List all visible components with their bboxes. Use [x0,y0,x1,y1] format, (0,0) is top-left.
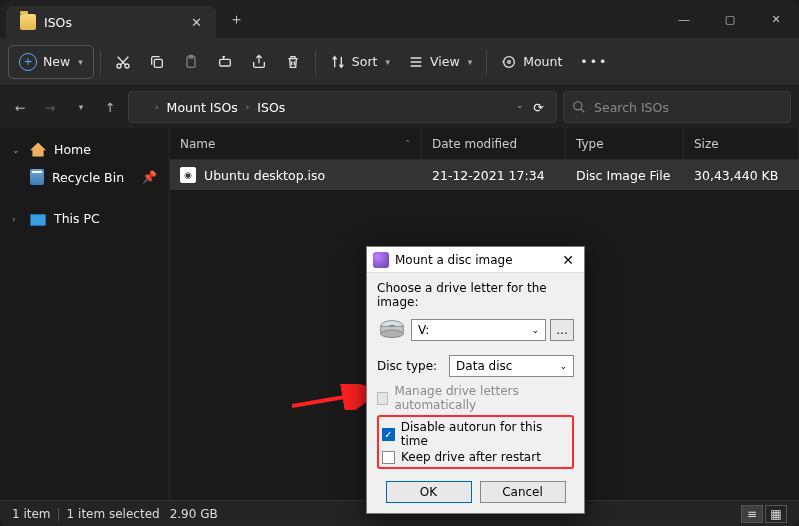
svg-rect-5 [219,59,230,66]
search-icon [572,100,586,114]
more-button[interactable]: ••• [572,45,616,79]
close-icon[interactable]: ✕ [558,252,578,268]
checkbox-label: Manage drive letters automatically [394,384,574,412]
status-selected: 1 item selected [67,507,160,521]
column-type[interactable]: Type [566,128,684,159]
navigation-row: ← → ▾ ↑ › Mount ISOs › ISOs ⌄ ⟳ Search I… [0,86,799,128]
close-window-button[interactable]: ✕ [753,0,799,38]
chevron-down-icon: ⌄ [531,325,539,335]
mount-label: Mount [523,54,562,69]
dialog-title: Mount a disc image [395,253,513,267]
checkbox-icon [377,392,388,405]
browse-button[interactable]: ... [550,319,574,341]
share-button[interactable] [243,45,275,79]
mount-disc-dialog: Mount a disc image ✕ Choose a drive lett… [366,246,585,514]
column-date[interactable]: Date modified [422,128,566,159]
paste-button[interactable] [175,45,207,79]
sidebar-item-recycle[interactable]: Recycle Bin 📌 [4,163,165,191]
chevron-right-icon: › [155,102,159,112]
recent-button[interactable]: ▾ [68,95,92,119]
minimize-button[interactable]: ― [661,0,707,38]
chevron-right-icon: › [12,214,22,224]
svg-rect-2 [154,59,162,67]
file-type: Disc Image File [566,168,684,183]
checkbox-icon [382,451,395,464]
ok-button[interactable]: OK [386,481,472,503]
file-size: 30,43,440 KB [684,168,799,183]
column-size[interactable]: Size [684,128,799,159]
chevron-down-icon: ▾ [468,57,473,67]
dialog-instruction: Choose a drive letter for the image: [377,281,574,309]
plus-icon: + [19,53,37,71]
view-button[interactable]: View ▾ [400,45,480,79]
drive-icon [377,315,407,345]
dialog-titlebar[interactable]: Mount a disc image ✕ [367,247,584,273]
app-icon [373,252,389,268]
chevron-right-icon: › [246,102,250,112]
file-row[interactable]: ◉Ubuntu desktop.iso 21-12-2021 17:34 Dis… [170,160,799,190]
recycle-bin-icon [30,169,44,185]
status-size: 2.90 GB [170,507,218,521]
drive-letter-select[interactable]: V: ⌄ [411,319,546,341]
sidebar-item-thispc[interactable]: › This PC [4,205,165,232]
svg-point-0 [117,64,121,68]
svg-point-7 [508,60,511,63]
pc-icon [30,214,46,226]
sidebar-item-label: This PC [54,211,100,226]
new-tab-button[interactable]: ＋ [220,10,252,29]
disc-type-select[interactable]: Data disc ⌄ [449,355,574,377]
breadcrumb-seg[interactable]: ISOs [253,98,289,117]
disc-image-icon: ◉ [180,167,196,183]
search-placeholder: Search ISOs [594,100,669,115]
forward-button[interactable]: → [38,95,62,119]
rename-button[interactable] [209,45,241,79]
new-label: New [43,54,70,69]
tab-title: ISOs [44,15,183,30]
disable-autorun-checkbox[interactable]: ✓ Disable autorun for this time [382,419,569,449]
maximize-button[interactable]: ▢ [707,0,753,38]
sort-indicator-icon: ⌃ [404,139,411,148]
sidebar: ⌄ Home Recycle Bin 📌 › This PC [0,128,170,500]
tab-close-icon[interactable]: ✕ [191,15,202,30]
chevron-down-icon: ⌄ [559,361,567,371]
file-name: Ubuntu desktop.iso [204,168,325,183]
up-button[interactable]: ↑ [98,95,122,119]
status-count: 1 item [12,507,51,521]
mount-button[interactable]: Mount [493,45,570,79]
folder-icon [20,14,36,30]
new-button[interactable]: + New ▾ [8,45,94,79]
sort-button[interactable]: Sort ▾ [322,45,398,79]
keep-drive-checkbox[interactable]: Keep drive after restart [382,449,569,465]
breadcrumb-seg[interactable]: Mount ISOs [163,98,242,117]
folder-icon [135,100,151,114]
pin-icon[interactable]: 📌 [142,170,157,184]
refresh-icon[interactable]: ⟳ [534,100,544,115]
checkbox-label: Keep drive after restart [401,450,541,464]
toolbar: + New ▾ Sort ▾ View ▾ Mount ••• [0,38,799,86]
sidebar-item-home[interactable]: ⌄ Home [4,136,165,163]
disc-type-label: Disc type: [377,359,437,373]
home-icon [30,143,46,157]
chevron-down-icon[interactable]: ⌄ [516,100,524,115]
checkbox-icon: ✓ [382,428,395,441]
cancel-button[interactable]: Cancel [480,481,566,503]
cut-button[interactable] [107,45,139,79]
search-input[interactable]: Search ISOs [563,91,791,123]
copy-button[interactable] [141,45,173,79]
icons-view-button[interactable]: ▦ [765,505,787,523]
chevron-down-icon: ⌄ [12,145,22,155]
delete-button[interactable] [277,45,309,79]
chevron-down-icon: ▾ [78,57,83,67]
checkbox-label: Disable autorun for this time [401,420,569,448]
svg-point-1 [125,64,129,68]
chevron-down-icon: ▾ [385,57,390,67]
back-button[interactable]: ← [8,95,32,119]
svg-point-6 [504,56,515,67]
address-bar[interactable]: › Mount ISOs › ISOs ⌄ ⟳ [128,91,557,123]
titlebar: ISOs ✕ ＋ ― ▢ ✕ [0,0,799,38]
sort-label: Sort [352,54,378,69]
tab-isos[interactable]: ISOs ✕ [6,6,216,38]
details-view-button[interactable]: ≡ [741,505,763,523]
manage-drives-checkbox: Manage drive letters automatically [377,383,574,413]
column-name[interactable]: Name⌃ [170,128,422,159]
